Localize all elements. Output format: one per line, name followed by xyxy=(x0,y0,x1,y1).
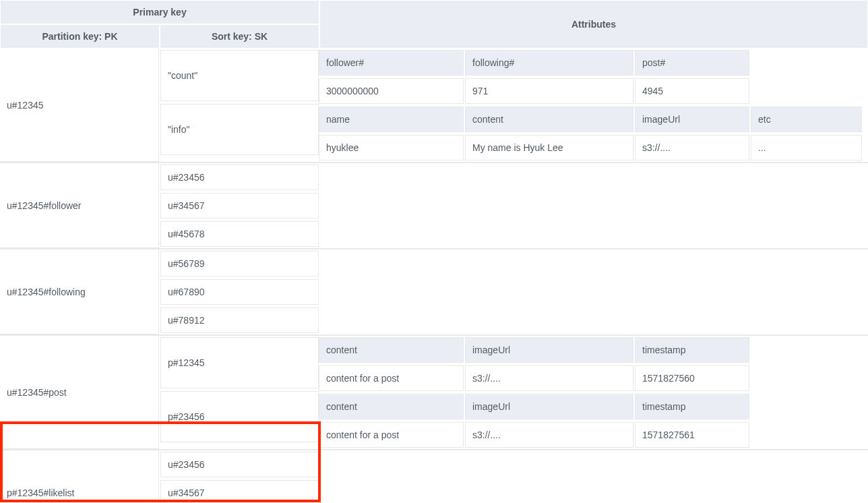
val-p2-content: content for a post xyxy=(319,422,464,448)
pk-post: u#12345#post xyxy=(0,336,159,449)
sort-key-header: Sort key: SK xyxy=(160,24,319,49)
sk-follower-0: u#23456 xyxy=(160,165,319,190)
pk-following: u#12345#following xyxy=(0,249,159,334)
sk-p2: p#23456 xyxy=(160,391,319,442)
val-following: 971 xyxy=(465,78,633,104)
sk-following-2: u#78912 xyxy=(160,307,319,333)
sk-following-1: u#67890 xyxy=(160,279,319,305)
hdr-p1-content: content xyxy=(319,337,464,363)
hdr-p2-imageUrl: imageUrl xyxy=(465,394,633,419)
pk-likelist: p#12345#likelist xyxy=(0,450,159,503)
sk-likelist-1: u#34567 xyxy=(160,480,319,503)
sk-follower-1: u#34567 xyxy=(160,193,319,218)
hdr-name: name xyxy=(319,107,464,132)
pk-follower: u#12345#follower xyxy=(0,163,159,248)
val-p2-imageUrl: s3://.... xyxy=(465,422,633,448)
sk-p1: p#12345 xyxy=(160,337,319,388)
sk-following-0: u#56789 xyxy=(160,251,319,276)
hdr-follower: follower# xyxy=(319,50,464,76)
table-container: Primary key Attributes Partition key: PK… xyxy=(0,0,868,503)
row-following: u#12345#following u#56789 u#67890 u#7891… xyxy=(0,249,868,334)
row-likelist: p#12345#likelist u#23456 u#34567 u#45678 xyxy=(0,450,868,503)
pk-u12345: u#12345 xyxy=(0,49,159,162)
val-p1-timestamp: 1571827560 xyxy=(635,365,749,391)
sk-info: "info" xyxy=(160,104,319,155)
val-imageUrl: s3://.... xyxy=(635,135,749,160)
hdr-following: following# xyxy=(465,50,633,76)
hdr-content: content xyxy=(465,107,633,132)
hdr-p2-content: content xyxy=(319,394,464,419)
val-post: 4945 xyxy=(635,78,749,104)
hdr-p2-timestamp: timestamp xyxy=(635,394,749,419)
val-name: hyuklee xyxy=(319,135,464,160)
hdr-post: post# xyxy=(635,50,749,76)
hdr-p1-imageUrl: imageUrl xyxy=(465,337,633,363)
hdr-etc: etc xyxy=(751,107,862,132)
val-etc: ... xyxy=(751,135,862,160)
header-row-2: Partition key: PK Sort key: SK xyxy=(0,24,868,49)
primary-key-header: Primary key xyxy=(0,0,319,24)
hdr-p1-timestamp: timestamp xyxy=(635,337,749,363)
val-p1-imageUrl: s3://.... xyxy=(465,365,633,391)
val-follower: 3000000000 xyxy=(319,78,464,104)
val-content: My name is Hyuk Lee xyxy=(465,135,633,160)
hdr-imageUrl: imageUrl xyxy=(635,107,749,132)
row-follower: u#12345#follower u#23456 u#34567 u#45678 xyxy=(0,163,868,248)
row-post: u#12345#post p#12345 p#23456 content ima… xyxy=(0,336,868,449)
sk-follower-2: u#45678 xyxy=(160,221,319,247)
val-p1-content: content for a post xyxy=(319,365,464,391)
sk-count: "count" xyxy=(160,50,319,101)
row-u12345: u#12345 "count" "info" follower# followi… xyxy=(0,49,868,162)
sk-likelist-0: u#23456 xyxy=(160,452,319,477)
partition-key-header: Partition key: PK xyxy=(0,24,160,49)
val-p2-timestamp: 1571827561 xyxy=(635,422,749,448)
